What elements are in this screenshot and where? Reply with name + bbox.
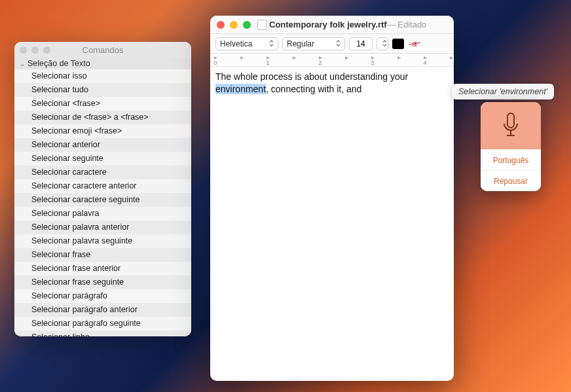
close-button[interactable] xyxy=(20,46,27,54)
strike-style-button[interactable]: a xyxy=(408,38,421,50)
command-item[interactable]: Selecionar caractere xyxy=(14,166,191,179)
close-button[interactable] xyxy=(217,21,225,29)
document-title: Contemporary folk jewelry.rtf xyxy=(269,20,387,29)
zoom-button[interactable] xyxy=(43,46,50,54)
font-style-select[interactable]: Regular xyxy=(282,37,345,50)
voice-language-button[interactable]: Português xyxy=(481,149,541,170)
command-item[interactable]: Selecionar palavra seguinte xyxy=(14,234,191,248)
ruler-tab-marker[interactable]: ▸ xyxy=(397,54,401,61)
ruler-tab-marker[interactable]: ▸ xyxy=(214,54,217,61)
traffic-lights-inactive[interactable] xyxy=(20,46,50,54)
ruler-tab-marker[interactable]: ▸ xyxy=(319,54,322,61)
command-item[interactable]: Selecionar tudo xyxy=(14,83,191,97)
ruler-tab-marker[interactable]: ▸ xyxy=(450,54,453,61)
command-item[interactable]: Selecionar caractere seguinte xyxy=(14,193,191,207)
svg-rect-0 xyxy=(507,113,514,128)
commands-list[interactable]: Selecionar issoSelecionar tudoSelecionar… xyxy=(14,69,191,336)
commands-section-header[interactable]: ⌄ Seleção de Texto xyxy=(14,58,191,69)
command-item[interactable]: Selecionar de <frase> a <frase> xyxy=(14,111,191,124)
chevron-down-icon: ⌄ xyxy=(20,60,25,67)
commands-window: Comandos ⌄ Seleção de Texto Selecionar i… xyxy=(14,42,191,336)
document-icon xyxy=(257,20,267,30)
voice-command-tooltip: Selecionar 'environment' xyxy=(452,84,554,99)
ruler-tab-marker[interactable]: ▸ xyxy=(293,54,296,61)
command-item[interactable]: Selecionar seguinte xyxy=(14,152,191,166)
command-item[interactable]: Selecionar isso xyxy=(14,69,191,83)
microphone-area[interactable] xyxy=(481,102,541,149)
minimize-button[interactable] xyxy=(31,46,39,54)
microphone-icon xyxy=(501,112,521,139)
font-family-select[interactable]: Helvetica xyxy=(215,37,278,50)
caret-updown-icon xyxy=(336,39,341,48)
ruler-tab-marker[interactable]: ▸ xyxy=(371,54,375,61)
textedit-toolbar: Helvetica Regular 14 a xyxy=(210,34,454,54)
text-color-swatch[interactable] xyxy=(392,39,404,49)
ruler-tab-marker[interactable]: ▸ xyxy=(424,54,427,61)
command-item[interactable]: Selecionar palavra anterior xyxy=(14,221,191,234)
voice-rest-button[interactable]: Repousar xyxy=(481,170,541,191)
command-item[interactable]: Selecionar parágrafo xyxy=(14,289,191,303)
font-style-value: Regular xyxy=(287,39,314,48)
font-family-value: Helvetica xyxy=(220,39,252,48)
command-item[interactable]: Selecionar parágrafo anterior xyxy=(14,303,191,317)
zoom-button[interactable] xyxy=(243,21,251,29)
edited-suffix: — Editado xyxy=(387,20,427,29)
font-size-stepper[interactable] xyxy=(377,37,388,50)
selected-text: environment xyxy=(215,84,266,94)
voice-control-panel: Português Repousar xyxy=(481,102,541,191)
section-header-label: Seleção de Texto xyxy=(28,59,90,68)
command-item[interactable]: Selecionar caractere anterior xyxy=(14,179,191,193)
body-text-post: , connecting with it, and xyxy=(266,84,361,94)
document-body[interactable]: The whole process is about understanding… xyxy=(210,67,454,381)
command-item[interactable]: Selecionar linha xyxy=(14,330,191,336)
ruler-tab-marker[interactable]: ▸ xyxy=(345,54,348,61)
command-item[interactable]: Selecionar frase anterior xyxy=(14,262,191,276)
caret-updown-icon xyxy=(269,39,274,48)
command-item[interactable]: Selecionar anterior xyxy=(14,138,191,152)
command-item[interactable]: Selecionar frase seguinte xyxy=(14,276,191,289)
ruler[interactable]: 0▸▸1▸▸2▸▸3▸▸4▸▸ xyxy=(210,54,454,67)
commands-titlebar[interactable]: Comandos xyxy=(14,42,191,58)
body-text-pre: The whole process is about understanding… xyxy=(215,71,408,82)
ruler-tab-marker[interactable]: ▸ xyxy=(267,54,270,61)
caret-updown-icon xyxy=(382,39,387,48)
textedit-titlebar[interactable]: Contemporary folk jewelry.rtf — Editado xyxy=(210,16,454,34)
font-size-field[interactable]: 14 xyxy=(349,37,373,50)
minimize-button[interactable] xyxy=(230,21,238,29)
command-item[interactable]: Selecionar parágrafo seguinte xyxy=(14,317,191,330)
font-size-value: 14 xyxy=(356,39,365,48)
traffic-lights xyxy=(217,21,251,29)
command-item[interactable]: Selecionar frase xyxy=(14,248,191,262)
ruler-tab-marker[interactable]: ▸ xyxy=(240,54,244,61)
command-item[interactable]: Selecionar palavra xyxy=(14,207,191,221)
command-item[interactable]: Selecionar emoji <frase> xyxy=(14,124,191,138)
textedit-window: Contemporary folk jewelry.rtf — Editado … xyxy=(210,16,454,381)
command-item[interactable]: Selecionar <frase> xyxy=(14,97,191,111)
